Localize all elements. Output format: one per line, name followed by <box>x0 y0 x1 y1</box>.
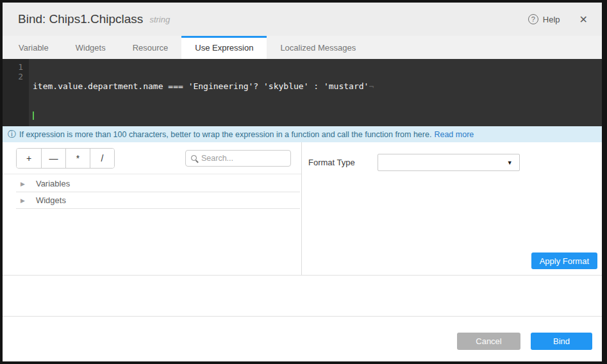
divide-operator-button[interactable]: / <box>90 149 114 168</box>
close-icon[interactable]: ✕ <box>579 13 588 26</box>
info-icon: ⓘ <box>8 129 16 140</box>
format-type-select[interactable]: ▼ <box>378 154 520 171</box>
help-button[interactable]: ? Help <box>528 14 560 24</box>
format-type-label: Format Type <box>308 158 355 167</box>
chevron-right-icon: ▶ <box>21 181 25 187</box>
tab-use-expression[interactable]: Use Expression <box>181 36 267 59</box>
multiply-operator-button[interactable]: * <box>65 149 90 168</box>
tab-variable[interactable]: Variable <box>5 36 62 59</box>
content-panels: + — * / ▶ Variables ▶ Widgets <box>3 142 602 276</box>
apply-format-button[interactable]: Apply Format <box>531 252 597 269</box>
dialog-title: Bind: Chips1.Chipclass <box>18 12 143 26</box>
help-icon: ? <box>528 14 538 24</box>
bind-dialog: Bind: Chips1.Chipclass string ? Help ✕ V… <box>3 3 602 361</box>
tree-item-label: Variables <box>36 179 70 188</box>
expression-info-bar: ⓘ If expression is more than 100 charact… <box>3 126 602 142</box>
format-type-row: Format Type ▼ <box>308 154 602 171</box>
tab-localized-messages[interactable]: Localized Messages <box>267 36 369 59</box>
tab-bar: Variable Widgets Resource Use Expression… <box>3 36 602 59</box>
expression-code-input[interactable]: item.value.department.name === 'Engineer… <box>29 59 602 126</box>
expression-editor: 1 2 item.value.department.name === 'Engi… <box>3 59 602 126</box>
preview-area <box>3 276 602 317</box>
search-icon <box>191 155 197 161</box>
read-more-link[interactable]: Read more <box>434 130 474 139</box>
operator-button-group: + — * / <box>16 148 115 169</box>
dialog-footer: Cancel Bind <box>3 317 602 361</box>
line-number: 1 <box>3 62 23 72</box>
chevron-down-icon: ▼ <box>507 160 513 166</box>
format-panel: Format Type ▼ Apply Format <box>302 142 602 275</box>
code-line-2 <box>33 110 602 120</box>
cancel-button[interactable]: Cancel <box>457 333 520 350</box>
minus-operator-button[interactable]: — <box>41 149 65 168</box>
text-cursor <box>33 112 34 120</box>
tab-resource[interactable]: Resource <box>119 36 182 59</box>
tree-item-widgets[interactable]: ▶ Widgets <box>16 192 300 209</box>
tree-item-variables[interactable]: ▶ Variables <box>16 176 300 192</box>
dialog-header: Bind: Chips1.Chipclass string ? Help ✕ <box>3 3 602 36</box>
tab-widgets[interactable]: Widgets <box>62 36 119 59</box>
editor-line-numbers: 1 2 <box>3 59 29 126</box>
binding-source-tree: ▶ Variables ▶ Widgets <box>3 174 301 209</box>
expression-helper-panel: + — * / ▶ Variables ▶ Widgets <box>3 142 302 275</box>
search-box <box>185 150 291 167</box>
help-label: Help <box>543 15 560 24</box>
chevron-right-icon: ▶ <box>21 197 25 204</box>
eol-marker-icon: ¬ <box>369 81 374 91</box>
bind-button[interactable]: Bind <box>531 333 592 350</box>
tree-item-label: Widgets <box>36 195 66 205</box>
plus-operator-button[interactable]: + <box>17 149 41 168</box>
bind-type-label: string <box>149 15 170 24</box>
helper-toolbar: + — * / <box>3 142 301 174</box>
search-input[interactable] <box>201 154 285 163</box>
info-text: If expression is more than 100 character… <box>19 130 431 139</box>
line-number: 2 <box>3 72 23 81</box>
code-line-1: item.value.department.name === 'Engineer… <box>33 81 602 91</box>
